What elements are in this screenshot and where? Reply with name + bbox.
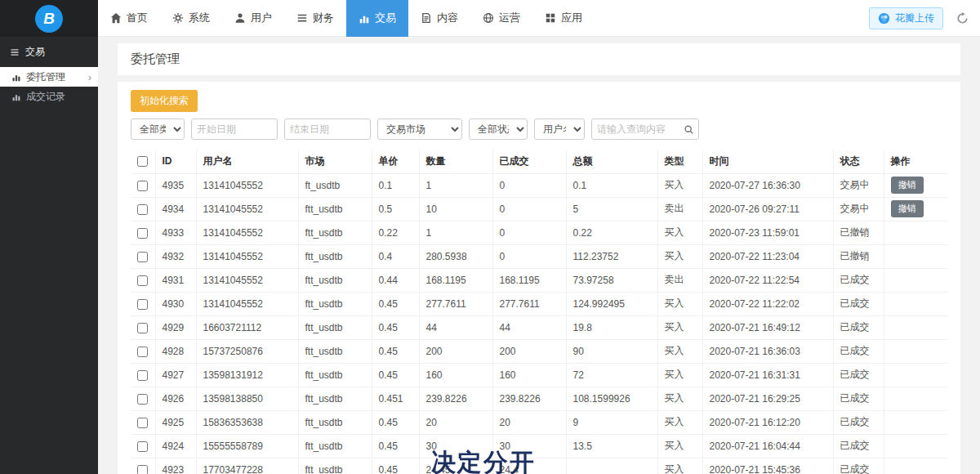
cell-quantity: 30 [419,434,492,458]
cell-market: ftt_usdtb [298,458,372,474]
nav-item-content[interactable]: 内容 [408,0,470,37]
row-checkbox[interactable] [137,275,148,286]
cell-checkbox [131,434,155,458]
cell-action [884,315,947,339]
row-checkbox[interactable] [137,228,148,239]
row-checkbox[interactable] [137,181,148,191]
cell-time: 2020-07-21 16:31:31 [702,363,833,387]
page-title: 委托管理 [131,51,180,65]
nav-item-finance[interactable]: 财务 [284,0,346,37]
cell-total: 73.97258 [566,268,657,292]
cancel-order-button[interactable]: 撤销 [891,177,924,194]
user-icon [234,12,246,24]
refresh-icon[interactable] [956,12,969,25]
cell-filled: 0 [492,221,566,244]
table-row: 4928 15737250876 ftt_usdtb 0.45 200 200 … [131,339,947,363]
cell-quantity: 10 [419,197,492,221]
cell-quantity: 168.1195 [419,268,492,292]
home-icon [110,12,122,24]
top-navbar: 首页 系统 用户 财务 交易 内容 运营 应用 花瓣上传 [98,0,980,37]
orders-table: ID用户名市场单价数量已成交总额类型时间状态操作 4935 1314104555… [131,150,947,474]
row-checkbox[interactable] [137,347,148,357]
row-checkbox[interactable] [137,465,148,474]
content-icon [421,12,432,24]
row-checkbox[interactable] [137,252,148,262]
nav-item-label: 交易 [375,11,396,25]
nav-item-system[interactable]: 系统 [160,0,222,37]
cell-status: 已成交 [833,339,884,363]
col-header-4: 数量 [419,150,492,173]
cell-action [884,292,947,315]
nav-item-label: 用户 [251,11,272,25]
row-checkbox[interactable] [137,418,148,428]
type-select[interactable]: 全部类型 [131,118,185,140]
row-checkbox[interactable] [137,299,148,310]
cell-market: ftt_usdtb [298,434,372,458]
row-checkbox[interactable] [137,394,148,405]
cell-quantity: 277.7611 [419,292,492,315]
cell-total: 0.22 [566,221,657,244]
select-all-checkbox[interactable] [137,156,148,167]
sidebar-item-label: 委托管理 [26,70,65,84]
cell-quantity: 1 [419,173,492,197]
nav-item-app[interactable]: 应用 [532,0,595,37]
cell-market: ftt_usdtb [298,363,372,387]
row-checkbox[interactable] [137,441,148,452]
cell-action: 撤销 [884,173,947,197]
reset-search-button[interactable]: 初始化搜索 [131,90,198,112]
sidebar-section-trade[interactable]: 交易 [0,37,98,67]
cell-price: 0.45 [372,434,419,458]
cell-username: 16603721112 [196,315,298,339]
col-header-10: 操作 [884,150,947,173]
cell-status: 已成交 [833,387,884,410]
cell-time: 2020-07-27 16:36:30 [702,173,833,197]
cell-total: 90 [566,339,657,363]
upload-button-label: 花瓣上传 [895,11,934,25]
end-date-input[interactable] [284,118,371,140]
cell-status: 已成交 [833,315,884,339]
brand-logo-icon: B [35,5,63,33]
cell-action [884,458,947,474]
chart-icon [11,72,21,82]
sidebar-item-entrust-management[interactable]: 委托管理 › [0,67,98,87]
table-row: 4934 13141045552 ftt_usdtb 0.5 10 0 5 卖出… [131,197,947,221]
cell-price: 0.45 [372,292,419,315]
cancel-order-button[interactable]: 撤销 [891,200,924,217]
cell-time: 2020-07-21 16:12:20 [702,410,833,434]
cell-id: 4926 [155,387,196,410]
cell-time: 2020-07-22 11:22:54 [702,268,833,292]
cell-username: 17703477228 [196,458,298,474]
status-select[interactable]: 全部状态 [469,118,528,140]
cell-id: 4934 [155,197,196,221]
row-checkbox[interactable] [137,323,148,333]
nav-item-user[interactable]: 用户 [222,0,284,37]
huaban-cloud-icon [878,12,890,25]
row-checkbox[interactable] [137,370,148,381]
cell-time: 2020-07-21 16:04:44 [702,434,833,458]
table-body: 4935 13141045552 ft_usdtb 0.1 1 0 0.1 买入… [131,173,947,474]
chevron-right-icon: › [88,72,91,83]
search-icon[interactable] [684,124,694,135]
cell-action [884,221,947,244]
cell-checkbox [131,173,155,197]
brand-logo[interactable]: B [0,0,98,37]
row-checkbox[interactable] [137,204,148,215]
market-select[interactable]: 交易市场 [377,118,462,140]
cell-filled: 0 [492,197,566,221]
cell-status: 已撤销 [833,244,884,268]
cell-total: 72 [566,363,657,387]
nav-item-operation[interactable]: 运营 [470,0,532,37]
nav-item-label: 首页 [127,11,148,25]
cell-checkbox [131,315,155,339]
cell-id: 4924 [155,434,196,458]
cell-id: 4930 [155,292,196,315]
upload-button[interactable]: 花瓣上传 [869,7,943,29]
sidebar-item-deal-records[interactable]: 成交记录 [0,87,98,106]
username-select[interactable]: 用户名 [534,118,585,140]
nav-item-label: 系统 [189,11,210,25]
nav-item-trade[interactable]: 交易 [346,0,408,37]
nav-item-home[interactable]: 首页 [98,0,160,37]
cell-id: 4928 [155,339,196,363]
start-date-input[interactable] [191,118,278,140]
cell-price: 0.22 [372,221,419,244]
